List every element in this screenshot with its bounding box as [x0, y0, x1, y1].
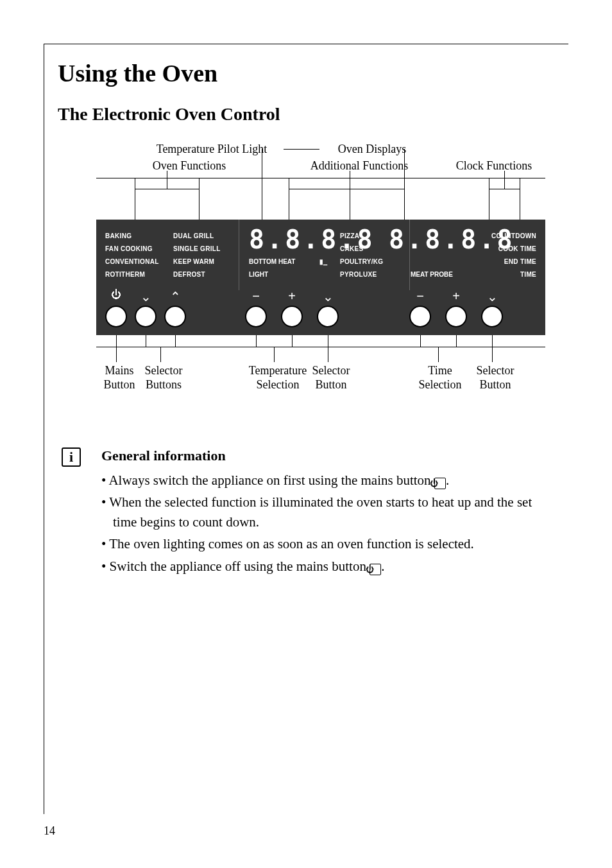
selector-up-button[interactable] — [164, 306, 186, 327]
info-icon: i — [62, 447, 81, 467]
panel-label: BAKING — [105, 232, 132, 239]
thermometer-icon: ▮⎯ — [319, 258, 327, 265]
temp-plus-button[interactable] — [281, 306, 303, 327]
control-diagram: Temperature Pilot Light Oven Displays Ov… — [96, 143, 545, 412]
label-temp-pilot: Temperature Pilot Light — [141, 143, 282, 156]
general-info-heading: General information — [101, 447, 557, 464]
panel-label: DUAL GRILL — [173, 232, 214, 239]
power-icon: ⏻ — [106, 289, 126, 300]
minus-icon: − — [411, 289, 430, 304]
page-title: Using the Oven — [58, 59, 558, 87]
label-selector-buttons: Selector Buttons — [135, 364, 192, 392]
time-selector-button[interactable] — [481, 306, 503, 327]
power-icon: ⏻ — [370, 564, 381, 575]
label-oven-functions: Oven Functions — [135, 159, 244, 173]
plus-icon: + — [446, 289, 466, 304]
chevron-down-icon: ⌄ — [136, 289, 155, 304]
label-time-selection: Time Selection — [408, 364, 472, 392]
time-minus-button[interactable] — [409, 306, 431, 327]
chevron-down-icon: ⌄ — [482, 289, 502, 304]
panel-label: TIME — [520, 271, 536, 278]
content-area: Using the Oven The Electronic Oven Contr… — [58, 59, 558, 428]
panel-label: CONVENTIONAL — [105, 258, 159, 265]
panel-label: KEEP WARM — [173, 258, 214, 265]
label-selector-button-right: Selector Button — [470, 364, 521, 392]
general-info-list: Always switch the appliance on first usi… — [101, 471, 557, 576]
panel-label: PYROLUXE — [340, 271, 377, 278]
list-item: Switch the appliance off using the mains… — [101, 557, 557, 576]
panel-label: ROTITHERM — [105, 271, 145, 278]
panel-label: CAKES — [340, 245, 364, 252]
panel-label: FAN COOKING — [105, 245, 153, 252]
time-display: 8.8.8.8 — [389, 225, 515, 254]
section-title: The Electronic Oven Control — [58, 104, 558, 125]
panel-label: COUNTDOWN — [491, 232, 536, 239]
plus-icon: + — [282, 289, 302, 304]
label-selector-button-mid: Selector Button — [305, 364, 357, 392]
list-item: When the selected function is illuminate… — [101, 492, 557, 532]
label-oven-displays: Oven Displays — [321, 143, 423, 156]
chevron-up-icon: ⌃ — [166, 289, 185, 304]
panel-label: POULTRY/KG — [340, 258, 383, 265]
panel-label: COOK TIME — [498, 245, 536, 252]
selector-down-button[interactable] — [135, 306, 157, 327]
panel-label: PIZZA — [340, 232, 359, 239]
minus-icon: − — [246, 289, 266, 304]
list-item: Always switch the appliance on first usi… — [101, 471, 557, 490]
panel-label: END TIME — [504, 258, 536, 265]
middle-selector-button[interactable] — [317, 306, 339, 327]
list-item: The oven lighting comes on as soon as an… — [101, 534, 557, 553]
panel-sublabel: MEAT PROBE — [411, 271, 453, 278]
control-panel: BAKING FAN COOKING CONVENTIONAL ROTITHER… — [96, 220, 545, 335]
mains-button[interactable] — [105, 306, 127, 327]
panel-label: DEFROST — [173, 271, 205, 278]
label-clock: Clock Functions — [443, 159, 545, 173]
general-information: General information Always switch the ap… — [101, 447, 557, 578]
panel-sublabel: LIGHT — [249, 271, 268, 278]
chevron-down-icon: ⌄ — [318, 289, 337, 304]
panel-label: SINGLE GRILL — [173, 245, 221, 252]
time-plus-button[interactable] — [445, 306, 467, 327]
page-number: 14 — [44, 824, 55, 838]
power-icon: ⏻ — [434, 478, 446, 489]
temp-minus-button[interactable] — [245, 306, 267, 327]
panel-sublabel: BOTTOM HEAT — [249, 258, 295, 265]
